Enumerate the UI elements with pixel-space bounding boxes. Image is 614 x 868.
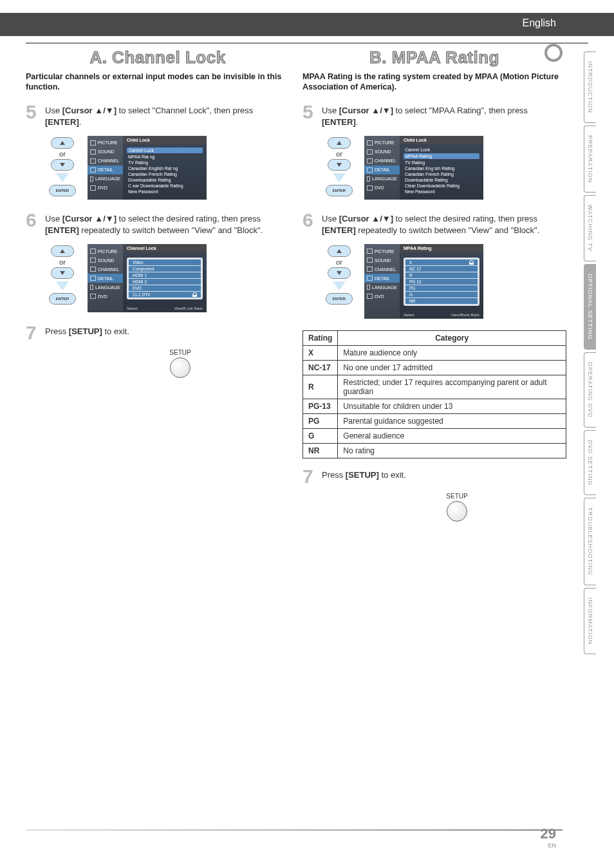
diagram-6-right: or ENTER PICTURESOUNDCHANNELDETAILLANGUA…	[322, 244, 566, 319]
side-tab[interactable]: DVD SETTING	[584, 430, 596, 496]
t: to select "MPAA Rating", then press	[393, 106, 528, 115]
cursor-up-icon[interactable]	[51, 137, 74, 149]
circle-ornament	[544, 44, 563, 62]
step-5-right: 5 Use [Cursor ▲/▼] to select "MPAA Ratin…	[302, 103, 566, 128]
side-tab[interactable]: INTRODUCTION	[584, 52, 596, 123]
t: to exit.	[379, 470, 406, 480]
osd-mpaa-rating: PICTURESOUNDCHANNELDETAILLANGUAGEDVD MPA…	[364, 244, 483, 319]
enter-button[interactable]: ENTER	[326, 293, 353, 305]
enter-button[interactable]: ENTER	[49, 293, 76, 305]
osd-title: Channel Lock	[123, 244, 207, 252]
step-text: Press [SETUP] to exit.	[45, 324, 290, 341]
svg-marker-1	[60, 163, 65, 167]
section-b-title: B. MPAA Rating	[302, 48, 566, 68]
t: Use	[322, 214, 339, 223]
t: .	[356, 117, 358, 127]
osd-child-lock: PICTURESOUNDCHANNELDETAILLANGUAGEDVD Chi…	[364, 136, 483, 200]
t: to select "Channel Lock", then press	[116, 106, 253, 115]
step-7-right: 7 Press [SETUP] to exit.	[302, 467, 566, 485]
osd-inner-list: VideoComponentHDMI 1HDMI 2DVD11.1 DTV	[127, 258, 203, 299]
footer-rule	[26, 829, 563, 831]
t: Press	[45, 326, 69, 336]
table-row: NC-17No one under 17 admitted	[303, 361, 566, 375]
osd-body: VideoComponentHDMI 1HDMI 2DVD11.1 DTV	[123, 252, 207, 305]
osd-footer: Select View/B ock Back	[123, 305, 207, 312]
page-en: EN	[541, 842, 556, 849]
cursor-up-icon[interactable]	[51, 245, 74, 257]
side-tab[interactable]: TROUBLESHOOTING	[584, 498, 596, 585]
osd-body: Cannel LockMPAA Rat ngTV RatingCanadian …	[123, 144, 207, 200]
left-column: A. Channel Lock Particular channels or e…	[26, 48, 290, 522]
enter-button[interactable]: ENTER	[49, 185, 76, 196]
svg-marker-4	[337, 141, 342, 145]
cursor-down-icon[interactable]	[51, 159, 74, 171]
remote-buttons: or ENTER	[45, 244, 80, 306]
table-row: GGeneral audience	[303, 429, 566, 444]
step-6-left: 6 Use [Cursor ▲/▼] to select the desired…	[26, 211, 290, 236]
header-bar: English	[0, 13, 614, 36]
rating-tbody: XMature audience onlyNC-17No one under 1…	[303, 346, 566, 458]
svg-marker-7	[337, 271, 342, 275]
t: .	[79, 117, 82, 127]
osd-body: Cannel LockMPAA RatingTV RatingCanadian …	[400, 144, 483, 200]
osd-child-lock: PICTURESOUNDCHANNELDETAILLANGUAGEDVD Chi…	[88, 136, 207, 200]
side-tab[interactable]: WATCHING TV	[584, 195, 596, 261]
step-text: Press [SETUP] to exit.	[322, 467, 566, 485]
svg-marker-6	[337, 249, 342, 253]
osd-channel-lock: PICTURESOUNDCHANNELDETAILLANGUAGEDVD Cha…	[88, 244, 207, 312]
footer-select: Select	[404, 313, 414, 317]
side-tab[interactable]: OPTIONAL SETTING	[584, 264, 596, 350]
setup-key: [SETUP]	[69, 326, 102, 336]
step-5-left: 5 Use [Cursor ▲/▼] to select "Channel Lo…	[26, 103, 290, 128]
cursor-down-icon[interactable]	[328, 159, 351, 171]
enter-key: [ENTER]	[322, 225, 356, 235]
enter-key: [ENTER]	[322, 117, 356, 127]
page-number: 29 EN	[541, 826, 556, 849]
remote-buttons: or ENTER	[322, 136, 357, 198]
or-label: or	[45, 150, 80, 158]
section-b-subtitle: MPAA Rating is the rating system created…	[302, 71, 566, 93]
section-a-subtitle: Particular channels or external input mo…	[26, 71, 290, 93]
t: Use	[322, 106, 339, 115]
step-num: 7	[26, 324, 40, 341]
footer-back: View/Block Back	[451, 313, 479, 317]
step-num: 7	[302, 467, 317, 485]
t: Use	[45, 214, 62, 223]
osd-sidebar: PICTURESOUNDCHANNELDETAILLANGUAGEDVD	[88, 136, 123, 200]
setup-label: SETUP	[169, 349, 191, 356]
svg-marker-2	[60, 249, 65, 253]
table-row: RRestricted; under 17 requires accompany…	[303, 375, 566, 399]
enter-button[interactable]: ENTER	[326, 185, 353, 196]
t: Use	[45, 106, 62, 115]
setup-label: SETUP	[446, 493, 467, 500]
cursor-up-icon[interactable]	[328, 137, 351, 149]
remote-buttons: or ENTER	[322, 244, 357, 306]
language-badge: English	[523, 17, 556, 29]
t: to select the desired rating, then press	[393, 214, 537, 223]
cursor-key: [Cursor ▲/▼]	[62, 214, 116, 223]
step-7-left: 7 Press [SETUP] to exit.	[26, 324, 290, 341]
setup-button-icon[interactable]	[170, 357, 191, 378]
or-label: or	[322, 258, 357, 266]
footer-select: Select	[127, 307, 138, 310]
side-tab[interactable]: INFORMATION	[584, 588, 596, 654]
setup-button-icon[interactable]	[447, 501, 467, 522]
side-tab[interactable]: PREPARATION	[584, 126, 596, 193]
cursor-up-icon[interactable]	[328, 245, 351, 257]
step-text: Use [Cursor ▲/▼] to select "MPAA Rating"…	[322, 103, 566, 128]
osd-inner-list: XNC 17RPG 13PGGNR	[404, 258, 479, 306]
flow-arrow-icon	[56, 281, 69, 290]
cursor-down-icon[interactable]	[51, 267, 74, 279]
cursor-down-icon[interactable]	[328, 267, 351, 279]
cursor-key: [Cursor ▲/▼]	[339, 106, 393, 115]
t: repeatedly to switch between "View" and …	[356, 225, 540, 235]
osd-footer: Select View/Block Back	[400, 311, 483, 319]
flow-arrow-icon	[56, 173, 69, 182]
step-text: Use [Cursor ▲/▼] to select the desired r…	[322, 211, 566, 236]
step-text: Use [Cursor ▲/▼] to select "Channel Lock…	[45, 103, 290, 128]
footer-back: View/B ock Back	[174, 307, 203, 310]
t: to exit.	[102, 326, 129, 336]
step-num: 6	[26, 211, 40, 236]
setup-button-diagram: SETUP	[71, 349, 290, 378]
side-tab[interactable]: OPERATING DVD	[584, 352, 596, 428]
